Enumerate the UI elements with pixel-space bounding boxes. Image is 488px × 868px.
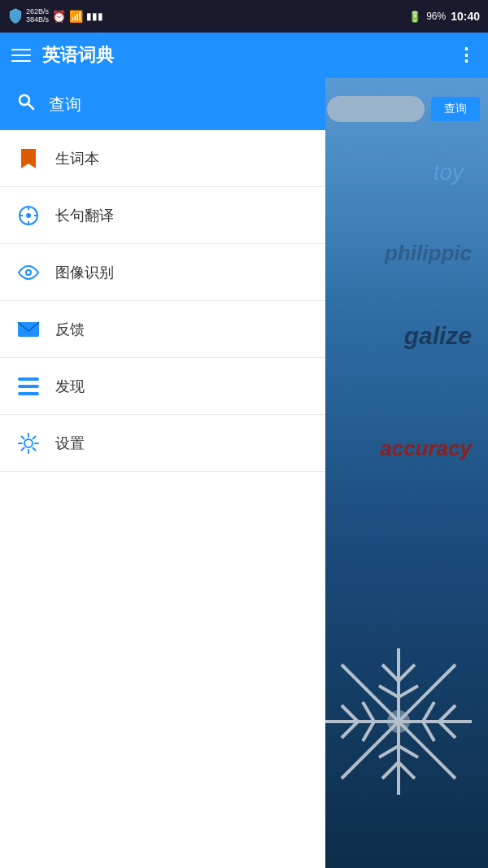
drawer-label-settings: 设置: [55, 434, 85, 453]
svg-line-17: [439, 722, 455, 738]
alarm-icon: ⏰: [52, 10, 66, 23]
drawer-label-discover: 发现: [55, 377, 85, 396]
drawer-item-vocabulary[interactable]: 生词本: [0, 130, 325, 187]
drawer-item-settings[interactable]: 设置: [0, 415, 325, 472]
drawer-item-feedback[interactable]: 反馈: [0, 301, 325, 358]
drawer-item-ocr[interactable]: 图像识别: [0, 244, 325, 301]
drawer-label-feedback: 反馈: [55, 320, 85, 339]
svg-line-13: [342, 722, 358, 738]
svg-line-7: [399, 686, 418, 697]
mail-icon: [16, 317, 41, 342]
svg-line-41: [33, 447, 36, 450]
svg-point-20: [389, 712, 408, 731]
svg-line-42: [33, 436, 36, 438]
drawer-search-label: 查询: [49, 94, 81, 116]
svg-line-12: [342, 705, 358, 722]
svg-line-8: [382, 762, 399, 779]
bg-search-input[interactable]: [327, 96, 425, 122]
app-title: 英语词典: [42, 43, 114, 68]
list-icon: [16, 374, 41, 399]
signal-icon: ▮▮▮: [86, 11, 103, 22]
battery-icon: 🔋: [408, 11, 421, 23]
svg-line-16: [439, 705, 455, 722]
svg-line-6: [379, 686, 399, 697]
svg-point-35: [24, 439, 33, 447]
svg-line-9: [399, 762, 415, 779]
bg-search-button[interactable]: 查询: [431, 97, 480, 121]
status-left: 262B/s 384B/s ⏰ 📶 ▮▮▮: [8, 8, 103, 24]
bg-word-galize: galize: [404, 322, 472, 350]
drawer-label-ocr: 图像识别: [55, 263, 114, 282]
gear-icon: [16, 431, 41, 456]
more-options-icon[interactable]: ⋮: [457, 45, 477, 66]
battery-percentage: 96%: [426, 11, 446, 22]
drawer-item-discover[interactable]: 发现: [0, 358, 325, 415]
svg-line-15: [363, 722, 374, 741]
network-speeds: 262B/s 384B/s: [26, 8, 49, 24]
status-bar: 262B/s 384B/s ⏰ 📶 ▮▮▮ 🔋 96% 10:40: [0, 0, 488, 33]
bg-word-philippic: philippic: [385, 241, 472, 266]
svg-rect-34: [18, 392, 39, 395]
svg-line-5: [399, 665, 415, 681]
clock: 10:40: [451, 10, 480, 23]
compass-icon: [16, 203, 41, 228]
search-icon: [16, 92, 36, 116]
drawer-search-item[interactable]: 查询: [0, 78, 325, 130]
main-container: 查询 toy philippic galize accuracy: [0, 78, 488, 868]
svg-line-4: [382, 665, 399, 681]
svg-line-40: [22, 436, 24, 438]
svg-line-22: [28, 104, 33, 109]
drawer-label-vocabulary: 生词本: [55, 149, 99, 168]
drawer-item-translation[interactable]: 长句翻译: [0, 187, 325, 244]
svg-point-30: [27, 271, 30, 274]
svg-line-19: [423, 722, 434, 741]
app-bar-left: 英语词典: [11, 43, 114, 68]
svg-line-10: [379, 746, 399, 757]
status-right: 🔋 96% 10:40: [408, 10, 480, 23]
svg-rect-32: [18, 377, 39, 381]
app-bar: 英语词典 ⋮: [0, 33, 488, 78]
bg-word-accuracy: accuracy: [380, 436, 472, 461]
hamburger-button[interactable]: [11, 49, 31, 62]
svg-line-18: [423, 702, 434, 722]
svg-line-43: [22, 447, 24, 450]
eye-icon: [16, 260, 41, 285]
navigation-drawer: 查询 生词本 长句翻译: [0, 78, 325, 868]
snowflake-decoration: [317, 640, 480, 803]
svg-line-14: [363, 702, 374, 722]
shield-icon: [8, 8, 23, 24]
drawer-label-translation: 长句翻译: [55, 206, 114, 225]
wifi-icon: 📶: [69, 10, 83, 23]
svg-line-11: [399, 746, 418, 757]
svg-point-24: [26, 213, 31, 218]
svg-rect-33: [18, 385, 39, 388]
bg-word-toy: toy: [434, 159, 464, 185]
bookmark-icon: [16, 146, 41, 171]
